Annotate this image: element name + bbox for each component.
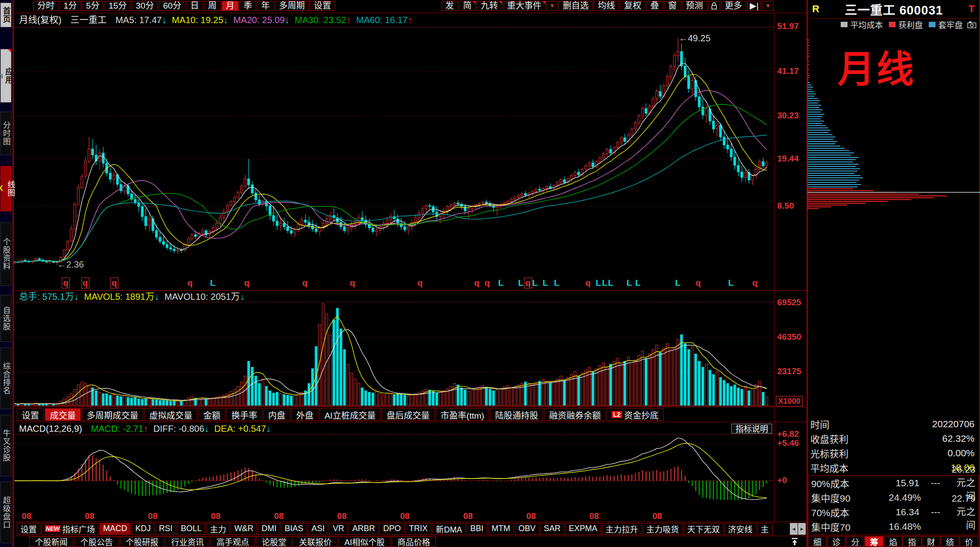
period-tab-30分[interactable]: 30分: [132, 1, 158, 11]
lock-icon[interactable]: [708, 1, 720, 11]
news-tab-AI相似个股[interactable]: AI相似个股: [338, 537, 391, 547]
news-tab-高手观点[interactable]: 高手观点: [211, 537, 255, 547]
volume-tab-换手率[interactable]: 换手率: [226, 408, 262, 421]
volume-tab-外盘[interactable]: 外盘: [291, 408, 318, 421]
back-to-top-icon[interactable]: [790, 537, 799, 546]
indicator-tab-TRIX[interactable]: TRIX: [406, 523, 431, 535]
mini-tab-绩[interactable]: 绩: [941, 536, 959, 547]
indicator-tab-主力[interactable]: 主力: [206, 523, 230, 535]
period-tab-周[interactable]: 周: [204, 1, 221, 11]
indicator-tab-VR[interactable]: VR: [329, 523, 348, 535]
sidebar-item-K线图[interactable]: K线图: [0, 166, 11, 211]
news-tab-个股新闻[interactable]: 个股新闻: [29, 537, 74, 547]
period-tab-季[interactable]: 季: [240, 1, 256, 11]
volume-tab-AI立桩成交量[interactable]: AI立桩成交量: [319, 408, 381, 421]
indicator-tab-W&R[interactable]: W&R: [230, 523, 257, 535]
camera-icon[interactable]: [967, 21, 976, 29]
tool-button-复权[interactable]: 复权: [620, 1, 645, 11]
volume-tab-市盈率(ttm)[interactable]: 市盈率(ttm): [436, 408, 489, 421]
indicator-tab-主[interactable]: 主: [757, 523, 773, 535]
volume-tab-金额[interactable]: 金额: [198, 408, 225, 421]
indicator-tab-新DMA[interactable]: 新DMA: [432, 523, 466, 535]
kline-chart[interactable]: [14, 25, 774, 278]
scroll-right-icon[interactable]: ►: [798, 523, 806, 535]
news-tab-行业资讯[interactable]: 行业资讯: [165, 537, 210, 547]
tool-button-叠[interactable]: 叠: [647, 1, 663, 11]
sidebar-item-首页[interactable]: 首页: [0, 3, 11, 27]
indicator-tab-OBV[interactable]: OBV: [515, 523, 539, 535]
tool-button-更多[interactable]: 更多: [721, 1, 746, 11]
mini-tab-财[interactable]: 财: [922, 536, 941, 547]
mini-tab-细[interactable]: 细: [808, 536, 827, 547]
indicator-tab-BBI[interactable]: BBI: [467, 523, 487, 535]
dropdown-arrow-icon[interactable]: ▼: [762, 1, 774, 11]
indicator-help-button[interactable]: 指标说明: [731, 424, 772, 434]
indicator-tab-指标广场[interactable]: NEW指标广场: [41, 523, 98, 535]
indicator-tab-BIAS[interactable]: BIAS: [281, 523, 307, 535]
volume-tab-成交量[interactable]: 成交量: [45, 408, 81, 421]
indicator-tab-MACD[interactable]: MACD: [99, 523, 131, 535]
news-tab-个股公告[interactable]: 个股公告: [74, 537, 119, 547]
period-tab-月[interactable]: 月: [222, 1, 239, 11]
indicator-tab-主力拉升[interactable]: 主力拉升: [602, 523, 642, 535]
tool-button-窗[interactable]: 窗: [664, 1, 681, 11]
tool-button-均线[interactable]: 均线: [593, 1, 619, 11]
volume-tab-虚拟成交量[interactable]: 虚拟成交量: [144, 408, 197, 421]
indicator-tab-RSI[interactable]: RSI: [155, 523, 176, 535]
scroll-left-icon[interactable]: ◄: [790, 523, 798, 535]
tool-button-九转[interactable]: 九转: [477, 1, 502, 11]
period-tab-多周期[interactable]: 多周期: [275, 1, 309, 11]
mini-tab-价[interactable]: 价: [960, 536, 978, 547]
indicator-tab-KDJ[interactable]: KDJ: [132, 523, 154, 535]
sidebar-item-自选股[interactable]: 自选股: [0, 295, 11, 342]
news-tab-商品价格[interactable]: 商品价格: [392, 537, 436, 547]
sidebar-item-应用[interactable]: ▶|应用: [0, 49, 11, 103]
indicator-tab-ASI[interactable]: ASI: [308, 523, 328, 535]
mini-tab-分[interactable]: 分: [846, 536, 865, 547]
sidebar-item-牛叉诊股[interactable]: 牛叉诊股: [0, 415, 11, 476]
volume-tab-资金抄底[interactable]: L2资金抄底: [607, 408, 663, 421]
mini-tab-筹[interactable]: 筹: [865, 536, 883, 547]
volume-chart[interactable]: [14, 302, 774, 406]
tool-button-简[interactable]: 简: [459, 1, 476, 11]
reminder-flag[interactable]: R: [812, 3, 819, 15]
volume-tab-多周期成交量[interactable]: 多周期成交量: [82, 408, 143, 421]
period-tab-15分[interactable]: 15分: [104, 1, 131, 11]
news-tab-关联报价[interactable]: 关联报价: [293, 537, 338, 547]
indicator-tab-主力吸货[interactable]: 主力吸货: [643, 523, 683, 535]
volume-tab-陆股通持股[interactable]: 陆股通持股: [490, 408, 543, 421]
indicator-tab-济安线[interactable]: 济安线: [725, 523, 756, 535]
period-tab-1分[interactable]: 1分: [59, 1, 81, 11]
indicator-tab-DPO[interactable]: DPO: [379, 523, 404, 535]
indicator-tab-天下无双[interactable]: 天下无双: [684, 523, 724, 535]
period-tab-分时[interactable]: 分时: [33, 1, 59, 11]
period-tab-日[interactable]: 日: [186, 1, 203, 11]
period-tab-5分[interactable]: 5分: [82, 1, 104, 11]
volume-tab-盘后成交量[interactable]: 盘后成交量: [382, 408, 435, 421]
jump-to-latest-icon[interactable]: ▶|: [747, 1, 762, 11]
mini-tab-指[interactable]: 指: [903, 536, 921, 547]
indicator-tab-SAR[interactable]: SAR: [540, 523, 564, 535]
indicator-tab-设置[interactable]: 设置: [17, 523, 40, 535]
tool-button-删自选[interactable]: 删自选: [559, 1, 593, 11]
volume-tab-内盘[interactable]: 内盘: [263, 408, 290, 421]
tool-button-重大事件[interactable]: 重大事件: [503, 1, 546, 11]
indicator-tab-EXPMA[interactable]: EXPMA: [565, 523, 601, 535]
sidebar-item-超级盘口[interactable]: 超级盘口: [0, 482, 11, 543]
mini-tab-诊[interactable]: 诊: [827, 536, 846, 547]
news-tab-论股堂[interactable]: 论股堂: [256, 537, 292, 547]
period-tab-设置[interactable]: 设置: [310, 1, 335, 11]
news-tab-个股研报[interactable]: 个股研报: [120, 537, 164, 547]
volume-tab-融资融券余额[interactable]: 融资融券余额: [544, 408, 606, 421]
sidebar-item-分时图[interactable]: 分时图: [0, 112, 11, 155]
tool-button-发[interactable]: 发: [441, 1, 458, 11]
mini-tab-焰[interactable]: 焰: [884, 536, 902, 547]
period-tab-60分[interactable]: 60分: [159, 1, 185, 11]
macd-chart[interactable]: [14, 435, 774, 510]
t-flag[interactable]: T: [969, 3, 975, 15]
period-tab-年[interactable]: 年: [257, 1, 274, 11]
dropdown-arrow-icon[interactable]: ▼: [547, 1, 558, 11]
indicator-tab-DMI[interactable]: DMI: [258, 523, 280, 535]
volume-tab-设置[interactable]: 设置: [17, 408, 44, 421]
indicator-tab-BOLL[interactable]: BOLL: [177, 523, 205, 535]
